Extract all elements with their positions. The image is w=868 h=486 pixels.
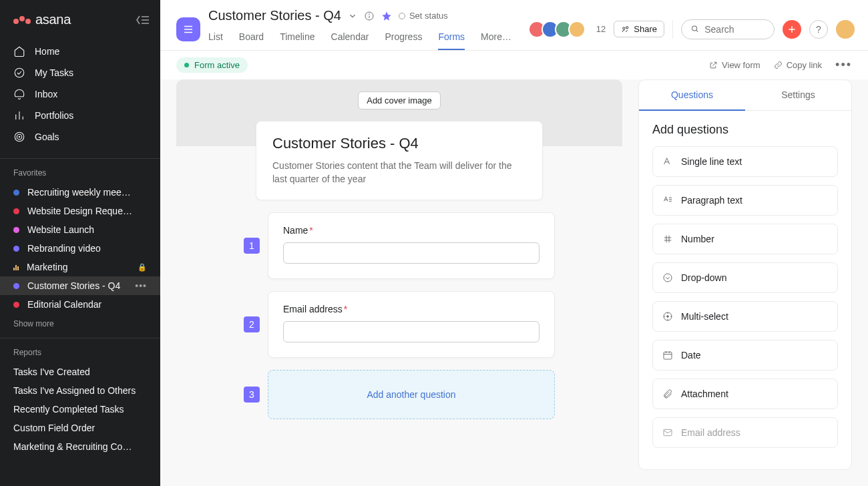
form-title: Customer Stories - Q4 [272,135,526,152]
report-item[interactable]: Tasks I've Created [0,362,160,381]
status-dot-icon [184,63,189,67]
question-type-label: Multi-select [681,311,728,322]
question-type-icon [662,389,673,399]
question-type-item[interactable]: Drop-down [652,262,838,293]
header-tab[interactable]: Progress [385,27,422,50]
brand-name: asana [35,12,71,27]
form-description: Customer Stories content that the Team w… [272,159,526,186]
member-avatars[interactable] [528,21,586,38]
sidepanel-tab[interactable]: Questions [639,80,745,111]
header-tab[interactable]: Calendar [331,27,369,50]
status-ring-icon [399,13,405,19]
question-type-icon [662,427,673,438]
question-type-label: Single line text [681,156,742,167]
question-type-item[interactable]: Single line text [652,146,838,177]
question-type-label: Email address [681,427,740,438]
question-label: Name* [283,225,539,236]
share-button[interactable]: Share [614,21,664,37]
search-field[interactable] [704,24,765,35]
question-card[interactable]: Name* [268,212,555,279]
item-menu-icon[interactable]: ••• [135,280,147,291]
report-item[interactable]: Marketing & Recruiting Co… [0,437,160,456]
header-tab[interactable]: Timeline [280,27,314,50]
add-questions-heading: Add questions [652,123,838,137]
question-number: 2 [244,316,260,332]
favorites-show-more[interactable]: Show more [0,314,160,334]
favorite-label: Marketing [27,262,130,272]
reports-heading: Reports [0,338,160,362]
collapse-sidebar-icon[interactable] [136,15,150,25]
nav-inbox[interactable]: Inbox [0,83,160,105]
favorites-heading: Favorites [0,158,160,183]
logo-mark-icon [13,16,31,24]
question-card[interactable]: Email address* [268,291,555,358]
question-type-icon [662,234,673,244]
search-input[interactable] [681,19,775,39]
add-cover-image-button[interactable]: Add cover image [358,91,441,109]
question-type-item: Email address [652,417,838,448]
favorite-item[interactable]: Website Launch [0,220,160,239]
color-dot-icon [13,283,19,289]
nav-my-tasks[interactable]: My Tasks [0,62,160,83]
project-icon [176,17,200,41]
favorite-item[interactable]: Website Design Reque… [0,202,160,220]
favorite-item[interactable]: Customer Stories - Q4••• [0,276,160,295]
view-form-link[interactable]: View form [709,60,761,70]
favorite-item[interactable]: Recruiting weekly mee… [0,183,160,202]
favorite-item[interactable]: Rebranding video [0,239,160,258]
question-type-item[interactable]: Date [652,340,838,371]
question-types-panel: QuestionsSettings Add questions Single l… [638,79,852,470]
svg-point-15 [369,13,370,14]
nav-portfolios[interactable]: Portfolios [0,105,160,126]
user-avatar[interactable] [836,20,855,39]
header-tab[interactable]: Forms [438,27,465,50]
copy-link-button[interactable]: Copy link [774,60,822,70]
svg-point-16 [623,27,625,29]
question-number: 1 [244,238,260,254]
project-header: Customer Stories - Q4 Set status ListBoa… [160,0,868,51]
svg-point-8 [17,134,22,140]
question-type-icon [662,350,673,360]
chevron-down-icon[interactable] [348,11,357,21]
question-input[interactable] [283,242,539,264]
header-tab[interactable]: Board [239,27,264,50]
favorite-label: Recruiting weekly mee… [27,187,147,198]
question-type-label: Paragraph text [681,195,742,206]
form-toolbar: Form active View form Copy link ••• [160,51,868,79]
set-status-button[interactable]: Set status [399,11,448,21]
header-tab[interactable]: More… [481,27,511,50]
svg-point-9 [19,136,20,138]
star-icon[interactable] [381,11,392,21]
favorite-item[interactable]: Editorial Calendar [0,295,160,314]
favorite-item[interactable]: Marketing🔒 [0,258,160,276]
form-header-card[interactable]: Customer Stories - Q4 Customer Stories c… [256,121,543,200]
question-type-icon [662,311,673,322]
report-item[interactable]: Custom Field Order [0,419,160,437]
brand-logo[interactable]: asana [13,12,71,27]
more-actions-button[interactable]: ••• [835,58,852,72]
sidebar: asana Home My Tasks Inbox Portfolios [0,0,160,486]
question-number: 3 [244,387,260,403]
header-tab[interactable]: List [208,27,223,50]
sidepanel-tab[interactable]: Settings [745,80,851,111]
member-count: 12 [596,24,606,34]
question-type-label: Attachment [681,389,728,399]
favorite-label: Customer Stories - Q4 [27,280,127,291]
color-dot-icon [13,302,19,308]
question-type-item[interactable]: Paragraph text [652,185,838,216]
question-type-item[interactable]: Number [652,224,838,254]
add-another-question-button[interactable]: Add another question [268,370,555,419]
nav-goals[interactable]: Goals [0,126,160,148]
add-button[interactable] [783,20,801,39]
report-item[interactable]: Recently Completed Tasks [0,400,160,419]
svg-point-7 [15,132,24,142]
info-icon[interactable] [364,11,375,21]
question-input[interactable] [283,321,539,342]
nav-home[interactable]: Home [0,41,160,62]
report-item[interactable]: Tasks I've Assigned to Others [0,381,160,400]
question-type-item[interactable]: Attachment [652,379,838,409]
form-status-chip: Form active [176,57,248,73]
help-button[interactable]: ? [809,20,828,39]
favorite-label: Website Launch [27,224,147,235]
question-type-item[interactable]: Multi-select [652,301,838,332]
